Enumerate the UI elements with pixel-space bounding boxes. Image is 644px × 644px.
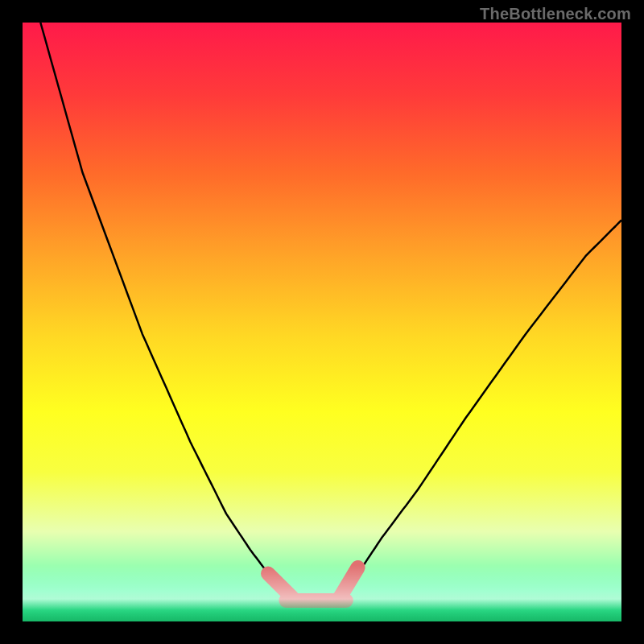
chart-svg [23,23,621,621]
series-left-curve [40,23,292,597]
chart-frame [23,23,621,621]
watermark-text: TheBottleneck.com [480,5,631,23]
series-right-curve [346,221,621,598]
series-bottom-marker-right [340,568,357,597]
